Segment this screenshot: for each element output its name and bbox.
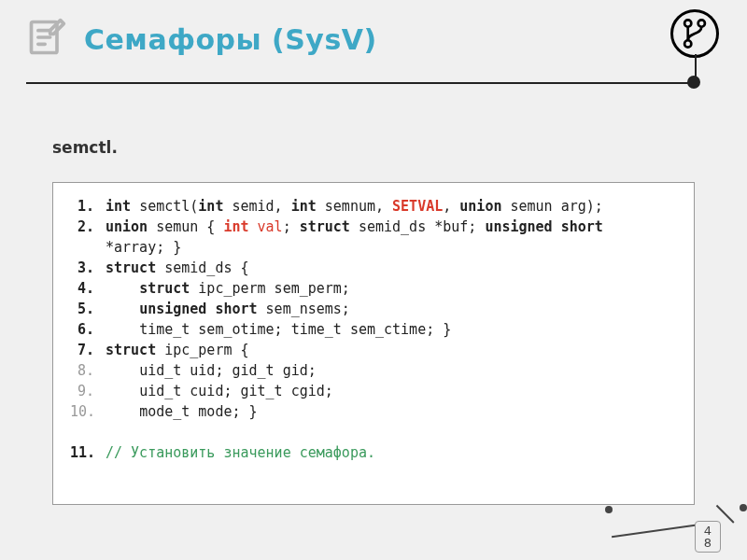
- line-number: [70, 237, 106, 258]
- code-block: 1.int semctl(int semid, int semnum, SETV…: [52, 182, 695, 505]
- line-number: 3.: [70, 258, 106, 278]
- code-line: 10. mode_t mode; }: [70, 401, 677, 422]
- edit-icon: [26, 17, 67, 62]
- code-text: int semctl(int semid, int semnum, SETVAL…: [106, 196, 677, 217]
- line-number: 5.: [70, 299, 106, 319]
- code-line: 3.struct semid_ds {: [70, 258, 677, 278]
- footer-dot-2: [740, 504, 747, 511]
- slide: Семафоры (SysV) semctl. 1.int semctl(int…: [0, 0, 747, 560]
- code-line: 8. uid_t uid; gid_t gid;: [70, 360, 677, 381]
- code-line: 11.// Установить значение семафора.: [70, 442, 677, 463]
- code-text: mode_t mode; }: [106, 401, 677, 422]
- footer-connector-2: [716, 504, 734, 522]
- svg-point-5: [698, 20, 705, 26]
- code-text: struct ipc_perm {: [106, 340, 677, 360]
- line-number: 4.: [70, 278, 106, 299]
- slide-title: Семафоры (SysV): [84, 23, 377, 56]
- svg-point-4: [684, 20, 691, 26]
- code-line: 2.union semun { int val; struct semid_ds…: [70, 217, 677, 237]
- code-text: unsigned short sem_nsems;: [106, 299, 677, 319]
- line-number: 8.: [70, 360, 106, 381]
- code-text: uid_t cuid; git_t cgid;: [106, 381, 677, 401]
- line-number: 11.: [70, 442, 106, 463]
- code-text: union semun { int val; struct semid_ds *…: [106, 217, 677, 237]
- svg-point-6: [684, 40, 691, 47]
- code-line: 1.int semctl(int semid, int semnum, SETV…: [70, 196, 677, 217]
- line-number: 10.: [70, 401, 106, 422]
- code-text: // Установить значение семафора.: [106, 442, 677, 463]
- line-number: 2.: [70, 217, 106, 237]
- code-text: uid_t uid; gid_t gid;: [106, 360, 677, 381]
- code-text: struct ipc_perm sem_perm;: [106, 278, 677, 299]
- page-number: 4 8: [695, 521, 721, 553]
- code-line: 5. unsigned short sem_nsems;: [70, 299, 677, 319]
- footer-dot: [605, 506, 613, 513]
- code-line: 4. struct ipc_perm sem_perm;: [70, 278, 677, 299]
- header-rule: [26, 82, 693, 84]
- slide-subtitle: semctl.: [52, 138, 118, 157]
- line-number: 1.: [70, 196, 106, 217]
- code-line: 6. time_t sem_otime; time_t sem_ctime; }: [70, 319, 677, 340]
- code-text: struct semid_ds {: [106, 258, 677, 278]
- code-line: 9. uid_t cuid; git_t cgid;: [70, 381, 677, 401]
- slide-header: Семафоры (SysV): [0, 0, 747, 75]
- code-line: *array; }: [70, 237, 677, 258]
- header-rule-dot: [687, 76, 700, 89]
- page-number-b: 8: [704, 537, 712, 549]
- branch-icon: [670, 9, 719, 58]
- line-number: 9.: [70, 381, 106, 401]
- line-number: 6.: [70, 319, 106, 340]
- code-line: 7.struct ipc_perm {: [70, 340, 677, 360]
- code-text: time_t sem_otime; time_t sem_ctime; }: [106, 319, 677, 340]
- code-text: *array; }: [106, 237, 677, 258]
- line-number: 7.: [70, 340, 106, 360]
